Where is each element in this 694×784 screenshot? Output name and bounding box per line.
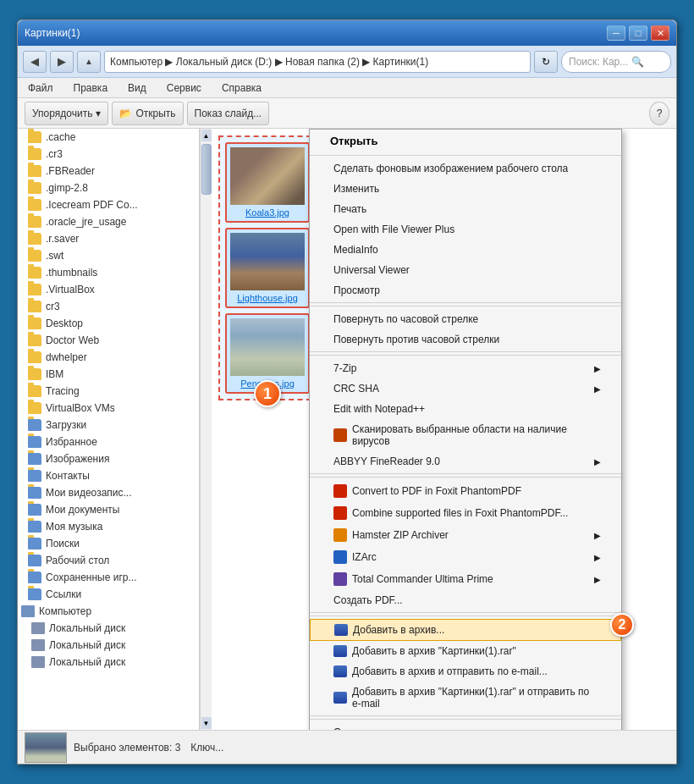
menu-view[interactable]: Вид xyxy=(124,80,150,96)
ctx-notepadpp[interactable]: Edit with Notepad++ xyxy=(310,399,621,419)
submenu-arrow-icon: ▶ xyxy=(594,575,601,584)
refresh-button[interactable]: ↻ xyxy=(534,51,558,73)
ctx-total-commander[interactable]: Total Commander Ultima Prime ▶ xyxy=(310,568,621,590)
ctx-crc-sha[interactable]: CRC SHA ▶ xyxy=(310,378,621,399)
drive-icon xyxy=(31,656,45,668)
slideshow-button[interactable]: Показ слайд... xyxy=(187,102,270,125)
sidebar-item-images[interactable]: Изображения xyxy=(18,450,199,467)
sidebar-item-dwhelper[interactable]: dwhelper xyxy=(18,349,199,366)
organize-button[interactable]: Упорядочить ▾ xyxy=(25,102,108,125)
ctx-create-pdf[interactable]: Создать PDF... xyxy=(310,590,621,613)
sidebar-item-swt[interactable]: .swt xyxy=(18,247,199,264)
open-button[interactable]: 📂 Открыть xyxy=(112,102,183,125)
ctx-abbyy[interactable]: ABBYY FineReader 9.0 ▶ xyxy=(310,451,621,474)
ctx-add-rar-email[interactable]: Добавить в архив "Картинки(1).rar" и отп… xyxy=(310,682,621,716)
up-button[interactable]: ▲ xyxy=(77,51,101,73)
ctx-add-to-archive[interactable]: Добавить в архив... 2 xyxy=(310,619,621,641)
sidebar-item-gimp[interactable]: .gimp-2.8 xyxy=(18,179,199,196)
scrollbar-thumb[interactable] xyxy=(201,144,212,195)
sidebar-item-oracle[interactable]: .oracle_jre_usage xyxy=(18,213,199,230)
sidebar-label: Рабочий стол xyxy=(46,555,109,566)
sidebar-label: Локальный диск xyxy=(49,639,125,651)
sidebar-scrollbar[interactable]: ▲ ▼ xyxy=(200,129,212,730)
sidebar-item-ibm[interactable]: IBM xyxy=(18,366,199,383)
back-button[interactable]: ◀ xyxy=(23,51,47,73)
menu-help[interactable]: Справка xyxy=(218,80,265,96)
sidebar-item-desktop-ru[interactable]: Рабочий стол xyxy=(18,552,199,569)
ctx-universal-viewer[interactable]: Universal Viewer xyxy=(310,260,621,280)
ctx-print[interactable]: Печать xyxy=(310,199,621,219)
sidebar-item-docs[interactable]: Мои документы xyxy=(18,501,199,518)
main-content: .cache .cr3 .FBReader .gimp-2.8 .Icecrea… xyxy=(18,129,676,730)
ctx-label: Total Commander Ultima Prime xyxy=(352,573,493,585)
file-item-lighthouse[interactable]: Lighthouse.jpg xyxy=(225,228,310,308)
sidebar-item-cache[interactable]: .cache xyxy=(18,129,199,146)
ctx-add-to-archive-rar[interactable]: Добавить в архив "Картинки(1).rar" xyxy=(310,641,621,661)
menu-tools[interactable]: Сервис xyxy=(163,80,205,96)
ctx-label: Hamster ZIP Archiver xyxy=(352,529,449,541)
selected-files-group: Koala3.jpg Lighthouse.jpg Penguins.jpg 1 xyxy=(218,135,311,400)
sidebar-item-saved-games[interactable]: Сохраненные игр... xyxy=(18,569,199,586)
ctx-rotate-ccw[interactable]: Повернуть против часовой стрелки xyxy=(310,329,621,352)
ctx-scan-virus[interactable]: Сканировать выбранные области на наличие… xyxy=(310,419,621,451)
ctx-foxit-convert[interactable]: Convert to PDF in Foxit PhantomPDF xyxy=(310,480,621,502)
folder-icon xyxy=(28,317,41,329)
close-button[interactable]: ✕ xyxy=(651,25,669,41)
folder-icon xyxy=(28,284,41,295)
file-item-koala[interactable]: Koala3.jpg xyxy=(225,142,310,223)
minimize-button[interactable]: ─ xyxy=(607,25,625,41)
sidebar-item-doctor-web[interactable]: Doctor Web xyxy=(18,332,199,349)
ctx-send-to[interactable]: Отправить ▶ xyxy=(310,722,621,730)
forward-button[interactable]: ▶ xyxy=(50,51,74,73)
sidebar-item-links[interactable]: Ссылки xyxy=(18,586,199,603)
address-path[interactable]: Компьютер ▶ Локальный диск (D:) ▶ Новая … xyxy=(104,51,531,73)
ctx-file-viewer[interactable]: Open with File Viewer Plus xyxy=(310,219,621,240)
sidebar-item-downloads[interactable]: Загрузки xyxy=(18,417,199,433)
sidebar-item-favorites[interactable]: Избранное xyxy=(18,433,199,450)
ctx-rotate-cw[interactable]: Повернуть по часовой стрелке xyxy=(310,309,621,329)
ctx-foxit-combine[interactable]: Combine supported files in Foxit Phantom… xyxy=(310,502,621,524)
sidebar-item-virtualbox-vms[interactable]: VirtualBox VMs xyxy=(18,400,199,417)
sidebar-item-computer[interactable]: Компьютер xyxy=(18,603,199,620)
ctx-hamster[interactable]: Hamster ZIP Archiver ▶ xyxy=(310,524,621,546)
ctx-7zip[interactable]: 7-Zip ▶ xyxy=(310,358,621,378)
sidebar-item-drive-c[interactable]: Локальный диск xyxy=(18,620,199,637)
sidebar-item-videos[interactable]: Мои видеозапис... xyxy=(18,484,199,501)
search-box[interactable]: Поиск: Кар... 🔍 xyxy=(561,51,671,73)
help-button[interactable]: ? xyxy=(649,102,669,125)
sidebar-item-searches[interactable]: Поиски xyxy=(18,535,199,552)
ctx-set-wallpaper[interactable]: Сделать фоновым изображением рабочего ст… xyxy=(310,158,621,179)
ctx-mediainfo[interactable]: MediaInfo xyxy=(310,240,621,260)
winrar-icon xyxy=(333,692,347,704)
sidebar-label: Контакты xyxy=(46,470,90,482)
sidebar-item-virtualbox-dot[interactable]: .VirtualBox xyxy=(18,281,199,298)
sidebar-label: Desktop xyxy=(46,317,83,329)
sidebar-label: Изображения xyxy=(46,453,109,465)
sidebar-item-drive-e[interactable]: Локальный диск xyxy=(18,654,199,671)
sidebar-item-contacts[interactable]: Контакты xyxy=(18,467,199,484)
ctx-label: Создать PDF... xyxy=(333,594,403,606)
sidebar-item-desktop[interactable]: Desktop xyxy=(18,315,199,332)
sidebar-item-fbreader[interactable]: .FBReader xyxy=(18,163,199,179)
ctx-izarc[interactable]: IZArc ▶ xyxy=(310,546,621,568)
sidebar-item-music[interactable]: Моя музыка xyxy=(18,518,199,535)
menu-file[interactable]: Файл xyxy=(25,80,57,96)
sidebar-item-tracing[interactable]: Tracing xyxy=(18,383,199,400)
sidebar-item-cr3[interactable]: cr3 xyxy=(18,298,199,315)
ctx-add-email[interactable]: Добавить в архив и отправить по e-mail..… xyxy=(310,661,621,682)
ctx-preview[interactable]: Просмотр xyxy=(310,280,621,303)
sidebar-item-thumbnails[interactable]: .thumbnails xyxy=(18,264,199,281)
folder-icon xyxy=(28,453,41,465)
ctx-edit[interactable]: Изменить xyxy=(310,179,621,199)
search-icon: 🔍 xyxy=(631,56,644,68)
explorer-window: Картинки(1) ─ □ ✕ ◀ ▶ ▲ Компьютер ▶ Лока… xyxy=(17,19,677,765)
sidebar-item-cr3-dot[interactable]: .cr3 xyxy=(18,146,199,163)
sidebar-item-drive-d[interactable]: Локальный диск xyxy=(18,637,199,654)
submenu-arrow-icon: ▶ xyxy=(594,457,601,467)
context-menu: Открыть Сделать фоновым изображением раб… xyxy=(309,129,622,730)
sidebar-item-icecream[interactable]: .Icecream PDF Co... xyxy=(18,196,199,213)
maximize-button[interactable]: □ xyxy=(629,25,647,41)
menu-edit[interactable]: Правка xyxy=(70,80,112,96)
ctx-label: Просмотр xyxy=(333,284,380,296)
sidebar-item-rsaver[interactable]: .r.saver xyxy=(18,230,199,247)
